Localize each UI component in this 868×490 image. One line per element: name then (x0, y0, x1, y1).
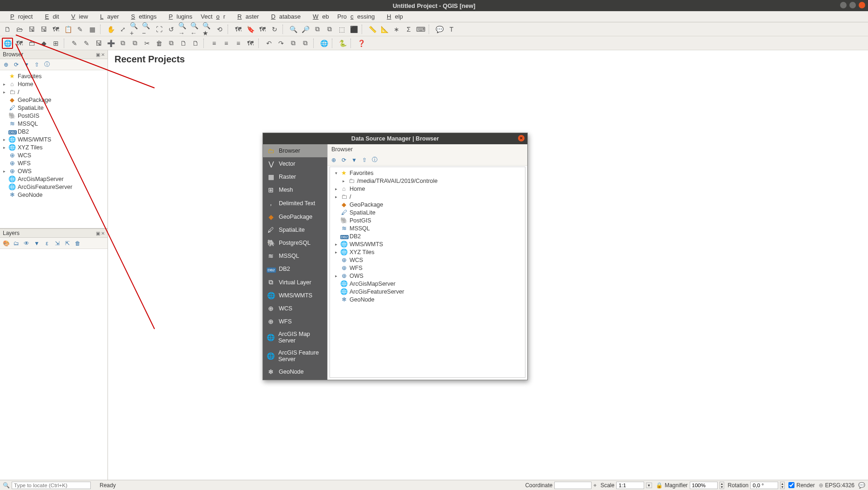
layer-visibility-icon[interactable]: 👁 (22, 239, 31, 248)
toolbar-button[interactable]: ↺ (166, 24, 177, 35)
browser-item[interactable]: ❄GeoNode (1, 191, 107, 199)
layer-collapse-icon[interactable]: ⇱ (63, 239, 72, 248)
toolbar-button[interactable]: ✋ (105, 24, 116, 35)
toolbar-button[interactable]: ❓ (356, 38, 367, 49)
toolbar-button[interactable]: ⧉ (300, 38, 311, 49)
layer-remove-icon[interactable]: 🗑 (74, 239, 82, 248)
layer-filter-icon[interactable]: ▼ (33, 239, 41, 248)
toolbar-button[interactable]: 🗺 (245, 38, 256, 49)
toolbar-button[interactable]: ↶ (263, 38, 275, 49)
toolbar-button[interactable]: 🗀 (26, 38, 37, 49)
toolbar-button[interactable]: ✂ (141, 38, 153, 49)
coordinate-input[interactable] (554, 482, 592, 489)
browser-item[interactable]: 🌐ArcGisMapServer (1, 175, 107, 183)
toolbar-button[interactable]: ≡ (221, 38, 232, 49)
browser-item[interactable]: ▸🌐XYZ Tiles (1, 143, 107, 151)
layer-style-icon[interactable]: 🎨 (2, 239, 10, 248)
toolbar-button[interactable]: ⧉ (324, 24, 335, 35)
collapse-icon[interactable]: ⇧ (33, 60, 41, 69)
toolbar-button[interactable]: ⟲ (214, 24, 225, 35)
dsm-tree-item[interactable]: 🖊SpatiaLite (332, 208, 523, 216)
toolbar-button[interactable]: ◆ (38, 38, 49, 49)
messages-icon[interactable]: 💬 (858, 482, 865, 489)
toolbar-button[interactable]: 📏 (367, 24, 378, 35)
browser-item[interactable]: ▸⌂Home (1, 80, 107, 88)
toolbar-button[interactable]: ⌨ (415, 24, 426, 35)
toolbar-button[interactable]: ↻ (269, 24, 280, 35)
dsm-tree-item[interactable]: ≋MSSQL (332, 224, 523, 232)
dialog-browser-tree[interactable]: ▾★Favorites▸🗀/media/TRAVAIL/2019/Control… (330, 167, 525, 378)
toolbar-button[interactable]: 🗋 (178, 38, 189, 49)
toolbar-button[interactable]: T (446, 24, 457, 35)
toolbar-button[interactable]: 📐 (379, 24, 390, 35)
window-close-button[interactable] (859, 2, 865, 8)
properties-icon[interactable]: ⓘ (43, 60, 51, 69)
toolbar-button[interactable]: 🗑 (154, 38, 165, 49)
menu-raster[interactable]: Raster (230, 12, 262, 21)
magnifier-input[interactable] (690, 482, 718, 489)
toolbar-button[interactable]: 🔍− (141, 24, 153, 35)
dsm-tree-item[interactable]: 🌐ArcGisMapServer (332, 280, 523, 288)
toolbar-button[interactable]: ≡ (233, 38, 244, 49)
toolbar-button[interactable]: ⬚ (336, 24, 347, 35)
filter-icon[interactable]: ▼ (22, 60, 31, 69)
dsm-tree-item[interactable]: ⊕WCS (332, 256, 523, 264)
menu-edit[interactable]: Edit (37, 12, 62, 21)
toolbar-button[interactable]: 🔍← (190, 24, 201, 35)
layer-expand-icon[interactable]: ⇲ (53, 239, 61, 248)
toolbar-button[interactable]: 🔖 (245, 24, 256, 35)
dsm-tree-item[interactable]: ▸🗀/media/TRAVAIL/2019/Controle (332, 177, 523, 185)
toolbar-button[interactable]: 🖫 (38, 24, 49, 35)
dsm-tree-item[interactable]: ▸🌐WMS/WMTS (332, 240, 523, 248)
browser-tree[interactable]: ★Favorites▸⌂Home▸🗀/◆GeoPackage🖊SpatiaLit… (0, 70, 108, 228)
dsm-tree-item[interactable]: 🌐ArcGisFeatureServer (332, 288, 523, 295)
browser-item[interactable]: ★Favorites (1, 72, 107, 80)
rotation-input[interactable] (750, 482, 778, 489)
toolbar-button[interactable]: 🗋 (2, 24, 13, 35)
toolbar-button[interactable]: 🗁 (14, 24, 25, 35)
toolbar-button[interactable]: ▦ (87, 24, 98, 35)
locator-input[interactable] (12, 482, 91, 489)
toolbar-button[interactable]: ✎ (69, 38, 80, 49)
dlg-add-layer-icon[interactable]: ⊕ (330, 156, 338, 164)
extents-icon[interactable]: ⌖ (593, 482, 597, 489)
refresh-icon[interactable]: ⟳ (12, 60, 20, 69)
toolbar-button[interactable]: 🗺 (50, 24, 61, 35)
dsm-tab-vector[interactable]: ⋁Vector (263, 157, 327, 170)
browser-item[interactable]: DB2DB2 (1, 128, 107, 135)
toolbar-button[interactable]: 🌐 (318, 38, 330, 49)
dsm-tree-item[interactable]: ▸🗀/ (332, 193, 523, 201)
dsm-tab-geopackage[interactable]: ◆GeoPackage (263, 210, 327, 223)
dsm-tab-wcs[interactable]: ⊕WCS (263, 302, 327, 315)
toolbar-button[interactable]: ⧉ (117, 38, 128, 49)
layer-add-group-icon[interactable]: 🗂 (12, 239, 20, 248)
toolbar-button[interactable]: 🗺 (257, 24, 268, 35)
dlg-collapse-icon[interactable]: ⇧ (360, 156, 369, 164)
toolbar-button[interactable]: ∗ (391, 24, 402, 35)
dsm-tab-virtual-layer[interactable]: ⧉Virtual Layer (263, 275, 327, 289)
dialog-close-button[interactable]: ✕ (518, 135, 525, 141)
layers-tree[interactable] (0, 249, 108, 480)
browser-item[interactable]: ▸🗀/ (1, 88, 107, 96)
dsm-tab-db2[interactable]: DB2DB2 (263, 262, 327, 275)
browser-item[interactable]: ⊕WCS (1, 151, 107, 159)
toolbar-button[interactable]: ↷ (276, 38, 287, 49)
menu-web[interactable]: Web (305, 12, 333, 21)
menu-view[interactable]: View (64, 12, 92, 21)
dsm-tab-geonode[interactable]: ❄GeoNode (263, 365, 327, 378)
dsm-tab-raster[interactable]: ▦Raster (263, 170, 327, 183)
dsm-tab-arcgis-map-server[interactable]: 🌐ArcGIS Map Server (263, 328, 327, 347)
browser-item[interactable]: ≋MSSQL (1, 120, 107, 128)
toolbar-button[interactable]: ⧉ (288, 38, 299, 49)
menu-plugins[interactable]: Plugins (161, 12, 196, 21)
dsm-tree-item[interactable]: ◆GeoPackage (332, 201, 523, 208)
crs-icon[interactable]: ⊕ (819, 482, 823, 489)
dsm-tree-item[interactable]: ▾★Favorites (332, 169, 523, 177)
menu-project[interactable]: Project (3, 12, 36, 21)
toolbar-button[interactable]: 🖫 (26, 24, 37, 35)
dsm-tree-item[interactable]: ▸⌂Home (332, 185, 523, 193)
browser-item[interactable]: 🖊SpatiaLite (1, 104, 107, 112)
dsm-tab-arcgis-feature-server[interactable]: 🌐ArcGIS Feature Server (263, 347, 327, 365)
browser-panel-close-icon[interactable]: ✕ (101, 52, 105, 57)
toolbar-button[interactable]: ➕ (105, 38, 116, 49)
